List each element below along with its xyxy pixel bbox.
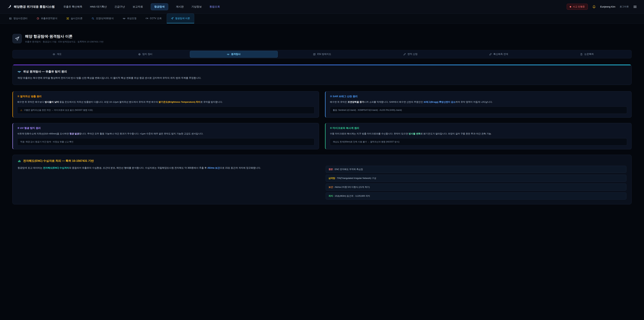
gradient-accent-bar <box>12 65 632 65</box>
tab-papers-patents[interactable]: 논문특허 <box>543 51 631 58</box>
page-plane-icon <box>12 34 22 43</box>
subnav-label: 위성요청 <box>127 17 136 20</box>
remote-sensing-panel: 위성 원격탐사 — 유출유 탐지 원리 해양 유출유는 해수면에 유막을 형성하… <box>12 65 632 85</box>
user-name: Eunjeong Kim <box>600 5 615 8</box>
card-title: ④ 마이크로파 복사계 원리 <box>330 127 627 130</box>
subnav-label: 실시간드론 <box>71 17 82 20</box>
card-body: 해수면 위 유막은 해수보다 방사율이 낮아 동일 온도에서도 적외선 방출량이… <box>17 100 314 104</box>
nav-item-weather-info[interactable]: 기상정보 <box>191 5 202 9</box>
tab-overview[interactable]: 개요 <box>13 51 101 58</box>
subnav-item-satellite-request[interactable]: 위성요청 <box>119 14 140 23</box>
subnav-item-pollution-ship-3d[interactable]: 오염/선박3D분석 <box>88 14 118 23</box>
tab-label: 탐지 장비 <box>142 53 152 56</box>
drone-icon <box>66 17 69 20</box>
satellite-icon <box>227 53 230 56</box>
tab-label: 면적 산정 <box>408 53 418 56</box>
hamburger-menu-icon[interactable] <box>633 5 637 9</box>
nav-item-hns-atmospheric[interactable]: HNS·대기확산 <box>90 5 107 9</box>
nav-item-emergency-rescue[interactable]: 긴급구난 <box>114 5 125 9</box>
tab-detection-equipment[interactable]: 탐지 장비 <box>102 51 189 58</box>
main-content: 해양 항공탐색·원격탐사 이론 유출유 원격탐지 · 항공감시 기법 · ESI… <box>0 34 644 204</box>
card-uv-fluorescence: ③ UV 형광 탐지 원리 석유계 탄화수소에 자외선(310–400nm)을 … <box>12 123 319 149</box>
nav-item-board[interactable]: 게시판 <box>176 5 184 9</box>
principle-cards: ① 열적외선 방출 원리 해수면 위 유막은 해수보다 방사율이 낮아 동일 온… <box>12 91 632 150</box>
cctv-icon <box>146 17 148 20</box>
pencil-icon <box>403 53 406 56</box>
subnav-item-image-management[interactable]: 영상사진관리 <box>5 14 32 23</box>
enc-body: 항공탐색 표고 데이터는 전자해도(ENC) 수심격자와 중첩되어 유출유의 수… <box>18 166 318 170</box>
subnav-item-cctv[interactable]: CCTV 조회 <box>142 14 166 23</box>
wing-logo-icon <box>7 5 12 9</box>
subnav-item-realtime-drone[interactable]: 실시간드론 <box>62 14 86 23</box>
enc-row-tin: 삼각망 : TIN(Triangulated Irregular Network… <box>326 175 626 182</box>
topnav-right: 사고 진행중 Eunjeong Kim 로그아웃 <box>567 4 637 10</box>
nav-item-aerial-search[interactable]: 항공탐색 <box>151 3 168 10</box>
subnav-label: 항공탐색 이론 <box>175 17 190 20</box>
card-body: 해수면 위 유막은 표면장력을 증가시켜 소파를 억제합니다. SAR에서 해수… <box>330 100 627 104</box>
card-body: 수동 마이크로파 복사계는 지구 방출 마이크로파를 수신합니다. 유막이 있으… <box>330 132 627 136</box>
page-subtitle: 유출유 원격탐지 · 항공감시 기법 · ESI 방제정보지도 · 등록특허 1… <box>25 40 104 43</box>
document-icon <box>580 53 582 56</box>
nav-item-reports[interactable]: 보고자료 <box>133 5 143 9</box>
card-thermal-infrared: ① 열적외선 방출 원리 해수면 위 유막은 해수보다 방사율이 낮아 동일 온… <box>12 91 319 118</box>
bell-icon[interactable] <box>592 5 596 9</box>
enc-row-interpolation: 보간 : Akima 2차원 5차 다항식 (21개 계수) <box>326 184 626 191</box>
nav-item-oil-spill-forecast[interactable]: 유출유 확산예측 <box>64 5 82 9</box>
subnav-item-oil-area-analysis[interactable]: 유출유면적분석 <box>32 14 62 23</box>
map-icon <box>313 53 316 56</box>
card-body: 석유계 탄화수소에 자외선(310–400nm)을 조사하면 형광 발광합니다.… <box>17 132 314 136</box>
card-note: 해상도 한계(50km)로 단독 사용 불가 → 열적외선과 융합 (NGSST… <box>330 138 627 145</box>
link-icon <box>489 53 492 56</box>
subnav-label: 영상사진관리 <box>14 17 28 20</box>
section-body: 해양 유출유는 해수면에 유막을 형성하여 전자기파 반사·방출·산란 특성을 … <box>18 76 626 80</box>
magnifier-icon <box>92 17 94 20</box>
incident-label: 사고 진행중 <box>573 5 585 8</box>
satellite-icon <box>18 70 21 73</box>
enc-title: 전자해도(ENC) 수심자료 처리 — 특허 10-1567431 기반 <box>23 159 94 163</box>
card-title: ③ UV 형광 탐지 원리 <box>17 127 314 130</box>
card-microwave-radiometer: ④ 마이크로파 복사계 원리 수동 마이크로파 복사계는 지구 방출 마이크로파… <box>325 123 632 149</box>
warning-icon: ⚠ <box>20 109 22 111</box>
enc-row-grid: 격자 : 15초(463m) 등간격 · 3,225,600 격자 <box>326 192 626 199</box>
top-navigation: 해양환경 위기대응 통합시스템 유출유 확산예측 HNS·대기확산 긴급구난 보… <box>0 0 644 14</box>
tab-area-calculation[interactable]: 면적 산정 <box>366 51 454 58</box>
sub-navigation: 영상사진관리 유출유면적분석 실시간드론 오염/선박3D분석 위성요청 CCTV… <box>0 14 644 24</box>
satellite-icon <box>123 17 126 20</box>
photo-icon <box>9 17 12 20</box>
page-header: 해양 항공탐색·원격탐사 이론 유출유 원격탐지 · 항공감시 기법 · ESI… <box>12 34 632 43</box>
tab-label: 개요 <box>57 53 62 56</box>
enc-bathymetry-panel: 전자해도(ENC) 수심자료 처리 — 특허 10-1567431 기반 항공탐… <box>12 155 632 204</box>
tab-esi-map[interactable]: ESI 방제지도 <box>278 51 366 58</box>
card-note: 적용: 해경 감시 항공기 야간 탐색 · 비정상 유출 신고 확인 <box>17 138 314 145</box>
card-title: ① 열적외선 방출 원리 <box>17 95 314 98</box>
card-sar-bragg: ② SAR 브래그 산란 원리 해수면 위 유막은 표면장력을 증가시켜 소파를… <box>325 91 632 118</box>
subnav-label: 오염/선박3D분석 <box>96 17 114 20</box>
radar-icon <box>138 53 141 56</box>
page-title: 해양 항공탐색·원격탐사 이론 <box>25 34 104 39</box>
section-title: 위성 원격탐사 — 유출유 탐지 원리 <box>23 70 67 74</box>
theory-tab-bar: 개요 탐지 장비 원격탐사 ESI 방제지도 면적 산정 확산예측 연계 논문특… <box>12 50 632 58</box>
card-note: ⚠ 구름은 열적외선을 완전 차단 → 마이크로파 보조 필요 (NGSST 융… <box>17 107 314 114</box>
enc-processing-steps: 원본 : ENC 전자해도 무작위 측심점 삼각망 : TIN(Triangul… <box>326 166 626 199</box>
tab-label: 확산예측 연계 <box>494 53 508 56</box>
brand[interactable]: 해양환경 위기대응 통합시스템 <box>7 5 55 9</box>
tab-label: ESI 방제지도 <box>317 53 331 56</box>
subnav-label: 유출유면적분석 <box>41 17 57 20</box>
subnav-item-aerial-theory[interactable]: 항공탐색 이론 <box>167 14 194 23</box>
subnav-label: CCTV 조회 <box>150 17 162 20</box>
tab-remote-sensing[interactable]: 원격탐사 <box>190 51 278 58</box>
tab-label: 원격탐사 <box>231 53 240 56</box>
incident-dot-icon <box>570 6 571 8</box>
tab-diffusion-link[interactable]: 확산예측 연계 <box>455 51 542 58</box>
enc-row-source: 원본 : ENC 전자해도 무작위 측심점 <box>326 166 626 173</box>
bar-chart-icon <box>18 159 21 163</box>
eye-icon <box>53 53 55 56</box>
incident-status-badge[interactable]: 사고 진행중 <box>567 4 588 10</box>
nav-item-integrated-search[interactable]: 통합조회 <box>210 5 220 9</box>
card-title: ② SAR 브래그 산란 원리 <box>330 95 627 98</box>
card-note: 활용: Sentinel-1(C-band) · KOMPSAT-5(X-ban… <box>330 107 627 114</box>
pie-chart-icon <box>36 17 39 20</box>
tab-label: 논문특허 <box>584 53 594 56</box>
logout-button[interactable]: 로그아웃 <box>620 5 629 8</box>
app-title: 해양환경 위기대응 통합시스템 <box>14 5 55 9</box>
